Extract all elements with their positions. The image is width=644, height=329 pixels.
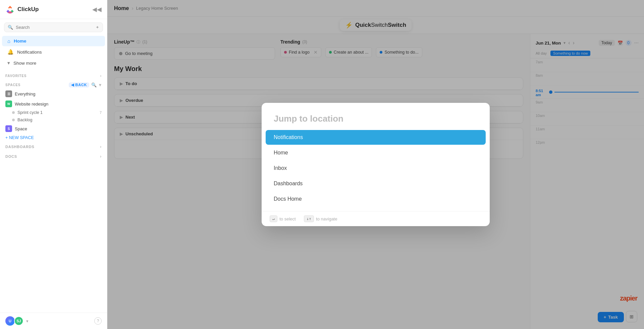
help-button[interactable]: ?	[94, 317, 102, 325]
user-chevron: ▾	[26, 319, 29, 324]
notifications-icon: 🔔	[7, 49, 14, 55]
back-button[interactable]: ◀ Back	[69, 82, 90, 87]
sidebar-search-bar[interactable]: 🔍 ✦	[4, 22, 103, 32]
favorites-section-title: FAVORITES ›	[0, 71, 107, 79]
modal-list: Notifications Home Inbox Dashboards Docs…	[262, 130, 490, 211]
modal-item-notifications[interactable]: Notifications	[266, 130, 486, 145]
modal-item-docs-home-label: Docs Home	[274, 196, 302, 202]
website-redesign-label: Website redesign	[15, 102, 48, 107]
favorites-expand-icon[interactable]: ›	[100, 74, 102, 78]
app-title: ClickUp	[17, 6, 39, 13]
sidebar-item-backlog[interactable]: Backlog	[0, 116, 107, 124]
modal-item-dashboards[interactable]: Dashboards	[266, 176, 486, 191]
quickswitch-modal: Jump to location Notifications Home Inbo…	[262, 103, 490, 226]
navigate-label: to navigate	[316, 216, 337, 221]
expand-spaces-icon[interactable]: ▾	[99, 82, 102, 87]
select-kbd: ↵	[270, 215, 277, 222]
sidebar-item-show-more[interactable]: ▾ Show more	[2, 58, 105, 68]
sidebar-header: ClickUp ◀◀	[0, 0, 107, 19]
backlog-label: Backlog	[17, 118, 32, 122]
dashboards-section[interactable]: DASHBOARDS ›	[0, 142, 107, 151]
user-avatar-2: SJ	[14, 316, 23, 326]
spaces-section-title: SPACES ◀ Back 🔍 ▾	[0, 79, 107, 89]
main-content: Home › Legacy Home Screen ⚡ QuickSwitchS…	[107, 0, 644, 329]
modal-select-hint: ↵ to select	[270, 215, 296, 222]
sidebar-item-notifications-label: Notifications	[17, 50, 42, 55]
home-icon: ⌂	[7, 38, 10, 44]
sprint-cycle-count: 7	[100, 111, 102, 115]
user-area[interactable]: U SJ ▾	[5, 316, 29, 326]
sidebar-item-sprint-cycle[interactable]: Sprint cycle 1 7	[0, 109, 107, 116]
docs-section[interactable]: DOCS ›	[0, 151, 107, 161]
modal-item-home[interactable]: Home	[266, 145, 486, 160]
search-icon: 🔍	[8, 25, 13, 30]
sidebar-item-space[interactable]: S Space	[0, 124, 107, 134]
show-more-icon: ▾	[7, 60, 10, 66]
modal-overlay[interactable]: Jump to location Notifications Home Inbo…	[107, 0, 644, 329]
modal-item-docs-home[interactable]: Docs Home	[266, 192, 486, 206]
clickup-logo-icon	[5, 5, 15, 14]
sidebar-item-home-label: Home	[14, 39, 26, 44]
sidebar-item-home[interactable]: ⌂ Home	[2, 36, 105, 46]
sprint-cycle-label: Sprint cycle 1	[17, 110, 43, 115]
modal-item-notifications-label: Notifications	[274, 134, 303, 140]
navigate-kbd: ↓↑	[304, 215, 314, 222]
new-space-button[interactable]: + NEW SPACE	[0, 134, 107, 142]
user-avatar: U	[5, 316, 15, 326]
search-spaces-icon[interactable]: 🔍	[91, 82, 97, 87]
sidebar-logo: ClickUp	[5, 5, 39, 14]
modal-item-inbox[interactable]: Inbox	[266, 161, 486, 176]
sidebar: ClickUp ◀◀ 🔍 ✦ ⌂ Home 🔔 Notifications ▾ …	[0, 0, 107, 329]
search-input[interactable]	[16, 25, 93, 30]
everything-icon: ☰	[5, 90, 12, 97]
everything-label: Everything	[15, 91, 35, 96]
space-icon: S	[5, 125, 12, 132]
docs-expand-icon: ›	[100, 154, 102, 159]
sprint-cycle-dot	[12, 111, 15, 114]
sidebar-item-show-more-label: Show more	[13, 61, 36, 66]
website-redesign-icon: W	[5, 101, 12, 107]
sidebar-item-notifications[interactable]: 🔔 Notifications	[2, 47, 105, 57]
modal-item-dashboards-label: Dashboards	[274, 181, 303, 187]
modal-item-home-label: Home	[274, 150, 288, 156]
dashboards-expand-icon: ›	[100, 144, 102, 149]
sidebar-item-everything[interactable]: ☰ Everything	[0, 89, 107, 99]
sidebar-bottom: U SJ ▾ ?	[0, 313, 107, 329]
modal-navigate-hint: ↓↑ to navigate	[304, 215, 337, 222]
sidebar-nav: ⌂ Home 🔔 Notifications ▾ Show more	[0, 34, 107, 71]
space-label: Space	[15, 126, 27, 131]
sparkle-icon: ✦	[96, 25, 99, 30]
modal-item-inbox-label: Inbox	[274, 165, 287, 171]
modal-footer: ↵ to select ↓↑ to navigate	[262, 211, 490, 226]
spaces-section-actions: ◀ Back 🔍 ▾	[69, 82, 102, 87]
select-label: to select	[279, 216, 296, 221]
sidebar-item-website-redesign[interactable]: W Website redesign	[0, 99, 107, 109]
modal-title: Jump to location	[262, 103, 490, 129]
backlog-dot	[12, 119, 15, 121]
collapse-sidebar-button[interactable]: ◀◀	[92, 6, 102, 13]
